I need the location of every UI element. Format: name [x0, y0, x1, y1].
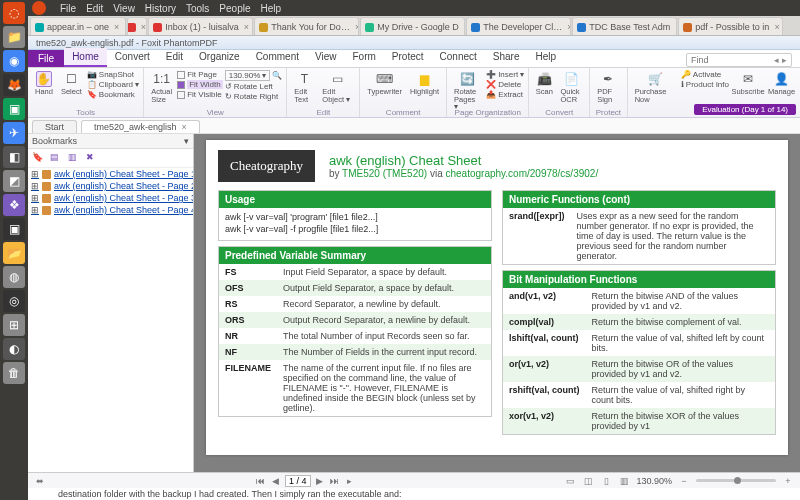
delete-bookmark-icon[interactable]: ✖ [86, 152, 98, 164]
menu-history[interactable]: History [145, 3, 176, 14]
zoom-in2-icon[interactable]: + [782, 475, 794, 487]
browser-tab[interactable]: Thank You for Do…× [254, 17, 359, 35]
subscribe-button[interactable]: ✉Subscribe [731, 70, 765, 97]
browser-tab[interactable]: appear.in – one× [30, 17, 126, 35]
rotate-pages-button[interactable]: 🔄Rotate Pages ▾ [451, 70, 484, 112]
close-icon[interactable]: × [774, 22, 779, 32]
launcher-chrome-icon[interactable]: ◉ [3, 50, 25, 72]
launcher-app7-icon[interactable]: ◐ [3, 338, 25, 360]
status-size-icon[interactable]: ⬌ [34, 475, 46, 487]
launcher-app3-icon[interactable]: ◩ [3, 170, 25, 192]
add-bookmark-icon[interactable]: 🔖 [32, 152, 44, 164]
launcher-terminal-icon[interactable]: ▣ [3, 218, 25, 240]
menu-people[interactable]: People [219, 3, 250, 14]
zoom-out-icon[interactable]: − [678, 475, 690, 487]
browser-tab[interactable]: My Drive - Google D× [360, 17, 465, 35]
zoom-in-icon[interactable]: 🔍 [272, 71, 282, 80]
fit-page-toggle[interactable]: Fit Page [177, 70, 223, 79]
snapshot-button[interactable]: 📷 SnapShot [87, 70, 139, 79]
file-menu-button[interactable]: File [28, 50, 64, 67]
ribbon-tab-convert[interactable]: Convert [107, 48, 158, 67]
select-tool-button[interactable]: ☐Select [58, 70, 85, 97]
browser-tab[interactable]: Inbox (1) - luisalva× [148, 17, 253, 35]
product-info-button[interactable]: ℹ Product Info [681, 80, 729, 89]
fit-width-toggle[interactable]: Fit Width [177, 80, 223, 89]
expand-icon[interactable]: ⊞ [31, 181, 39, 191]
launcher-dash-icon[interactable]: ◌ [3, 2, 25, 24]
close-icon[interactable]: × [464, 22, 465, 32]
document-tab[interactable]: tme520_awk-english× [81, 120, 200, 133]
extract-button[interactable]: 📤 Extract [486, 90, 524, 99]
launcher-firefox-icon[interactable]: 🦊 [3, 74, 25, 96]
collapse-all-icon[interactable]: ▥ [68, 152, 80, 164]
edit-object-button[interactable]: ▭Edit Object ▾ [319, 70, 355, 104]
ribbon-tab-share[interactable]: Share [485, 48, 528, 67]
menu-file[interactable]: File [60, 3, 76, 14]
find-prev-icon[interactable]: ◂ [774, 55, 779, 65]
zoom-slider[interactable] [696, 479, 776, 482]
launcher-app-icon[interactable]: ▣ [3, 98, 25, 120]
find-next-icon[interactable]: ▸ [782, 55, 787, 65]
prev-page-icon[interactable]: ◀ [270, 475, 282, 487]
ribbon-tab-protect[interactable]: Protect [384, 48, 432, 67]
browser-tab[interactable]: pdf - Possible to in× [678, 17, 783, 35]
insert-button[interactable]: ➕ Insert ▾ [486, 70, 524, 79]
ribbon-tab-connect[interactable]: Connect [432, 48, 485, 67]
launcher-trash-icon[interactable]: 🗑 [3, 362, 25, 384]
launcher-obs-icon[interactable]: ◎ [3, 290, 25, 312]
first-page-icon[interactable]: ⏮ [255, 475, 267, 487]
scan-button[interactable]: 📠Scan [533, 70, 555, 97]
expand-icon[interactable]: ⊞ [31, 193, 39, 203]
bookmark-item[interactable]: ⊞awk (english) Cheat Sheet - Page 2 [28, 180, 193, 192]
menu-edit[interactable]: Edit [86, 3, 103, 14]
bookmark-button[interactable]: 🔖 Bookmark [87, 90, 139, 99]
purchase-button[interactable]: 🛒Purchase Now [632, 70, 679, 104]
close-icon[interactable]: × [355, 22, 359, 32]
bookmark-item[interactable]: ⊞awk (english) Cheat Sheet - Page 3 [28, 192, 193, 204]
bookmark-item[interactable]: ⊞awk (english) Cheat Sheet - Page 1 [28, 168, 193, 180]
rotate-right-button[interactable]: ↻ Rotate Right [225, 92, 283, 101]
ribbon-tab-home[interactable]: Home [64, 48, 107, 67]
manage-button[interactable]: 👤Manage [767, 70, 796, 97]
author-link[interactable]: TME520 (TME520) [342, 168, 427, 179]
view-mode2-icon[interactable]: ◫ [582, 475, 594, 487]
source-link[interactable]: cheatography.com/20978/cs/3902/ [445, 168, 598, 179]
typewriter-button[interactable]: ⌨Typewriter [364, 70, 405, 97]
page-viewport[interactable]: Cheatography awk (english) Cheat Sheet b… [194, 134, 800, 472]
launcher-folder-icon[interactable]: 📂 [3, 242, 25, 264]
view-mode1-icon[interactable]: ▭ [564, 475, 576, 487]
launcher-app2-icon[interactable]: ◧ [3, 146, 25, 168]
view-mode3-icon[interactable]: ▯ [600, 475, 612, 487]
delete-button[interactable]: ❌ Delete [486, 80, 524, 89]
fit-visible-toggle[interactable]: Fit Visible [177, 90, 223, 99]
find-input[interactable] [691, 55, 771, 65]
browser-tab[interactable]: The Developer Cl…× [466, 17, 571, 35]
close-icon[interactable]: × [114, 22, 119, 32]
launcher-files-icon[interactable]: 📁 [3, 26, 25, 48]
view-mode4-icon[interactable]: ▥ [618, 475, 630, 487]
close-icon[interactable]: × [141, 22, 146, 32]
page-input[interactable] [285, 475, 311, 487]
launcher-app6-icon[interactable]: ⊞ [3, 314, 25, 336]
clipboard-button[interactable]: 📋 Clipboard ▾ [87, 80, 139, 89]
zoom-combo[interactable]: 130.90% ▾ [225, 70, 271, 81]
last-page-icon[interactable]: ⏭ [329, 475, 341, 487]
rotate-left-button[interactable]: ↺ Rotate Left [225, 82, 283, 91]
start-tab[interactable]: Start [32, 120, 77, 133]
expand-all-icon[interactable]: ▤ [50, 152, 62, 164]
pdf-sign-button[interactable]: ✒PDF Sign [594, 70, 623, 104]
close-icon[interactable]: × [182, 122, 187, 132]
next-page-icon[interactable]: ▶ [314, 475, 326, 487]
menu-tools[interactable]: Tools [186, 3, 209, 14]
expand-icon[interactable]: ⊞ [31, 169, 39, 179]
hand-tool-button[interactable]: ✋Hand [32, 70, 56, 97]
ribbon-tab-help[interactable]: Help [527, 48, 564, 67]
menu-view[interactable]: View [113, 3, 135, 14]
launcher-app4-icon[interactable]: ❖ [3, 194, 25, 216]
close-icon[interactable]: × [675, 22, 677, 32]
launcher-telegram-icon[interactable]: ✈ [3, 122, 25, 144]
activate-button[interactable]: 🔑 Activate [681, 70, 729, 79]
menu-help[interactable]: Help [260, 3, 281, 14]
quick-ocr-button[interactable]: 📄Quick OCR [557, 70, 585, 104]
close-icon[interactable]: × [244, 22, 249, 32]
